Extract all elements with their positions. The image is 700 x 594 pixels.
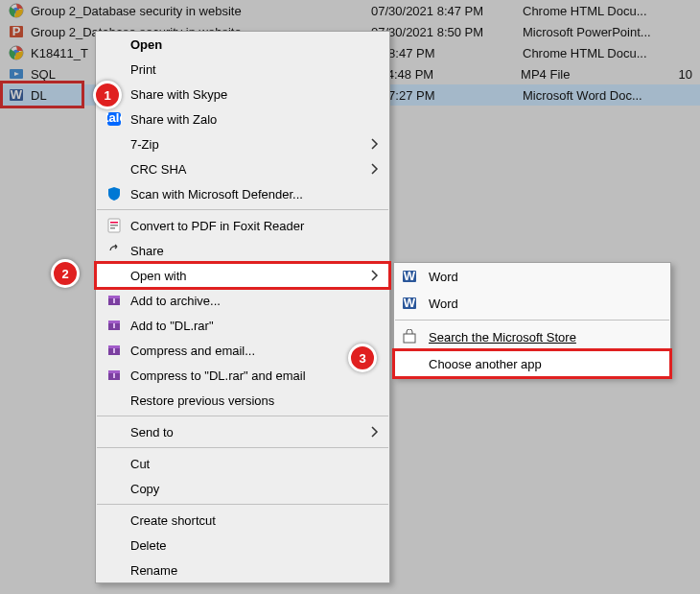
ctx-label: Print: [130, 62, 156, 77]
ctx-label: 7-Zip: [130, 137, 159, 152]
file-date: 21 7:27 PM: [371, 88, 523, 103]
file-name: Group 2_Database security in website: [31, 4, 371, 18]
sub-label: Word: [429, 297, 458, 311]
ctx-label: Open with: [130, 269, 187, 283]
separator: [97, 416, 388, 416]
chevron-right-icon: [370, 425, 380, 439]
file-type: Microsoft Word Doc...: [523, 88, 681, 103]
ctx-print[interactable]: Print: [96, 57, 389, 82]
separator: [97, 447, 388, 448]
sub-choose-another[interactable]: Choose another app: [394, 350, 670, 377]
file-row[interactable]: Group 2_Database security in website 07/…: [0, 0, 700, 21]
word-icon: W: [402, 296, 423, 311]
chrome-icon: [8, 44, 25, 61]
ctx-share[interactable]: Share: [96, 238, 389, 263]
separator: [395, 320, 669, 321]
ctx-label: Send to: [130, 425, 174, 440]
ctx-addarchive[interactable]: Add to archive...: [96, 288, 389, 313]
svg-text:P: P: [12, 24, 21, 38]
chevron-right-icon: [370, 162, 380, 176]
ctx-sendto[interactable]: Send to: [96, 419, 389, 444]
file-type: Microsoft PowerPoint...: [523, 25, 681, 39]
separator: [97, 209, 388, 210]
ctx-label: Compress to "DL.rar" and email: [130, 368, 306, 383]
ctx-7zip[interactable]: 7-Zip: [96, 131, 389, 156]
svg-rect-26: [113, 348, 115, 353]
ctx-compressemail[interactable]: Compress and email...: [96, 338, 389, 363]
ctx-label: Compress and email...: [130, 344, 255, 358]
svg-rect-25: [108, 345, 120, 348]
ctx-label: Cut: [130, 457, 150, 471]
archive-icon: [104, 341, 125, 360]
ctx-compressdlrar[interactable]: Compress to "DL.rar" and email: [96, 363, 389, 388]
sub-word[interactable]: W Word: [394, 263, 670, 290]
ctx-rename[interactable]: Rename: [96, 558, 389, 582]
file-date: 07/30/2021 8:50 PM: [371, 25, 523, 39]
ctx-label: Scan with Microsoft Defender...: [130, 187, 303, 202]
svg-rect-29: [113, 373, 115, 378]
ctx-skype[interactable]: S Share with Skype: [96, 82, 389, 107]
ctx-label: Add to archive...: [130, 294, 221, 308]
sub-label: Choose another app: [429, 357, 542, 371]
svg-rect-20: [113, 298, 115, 303]
file-date: 21 4:48 PM: [370, 67, 521, 82]
file-date: 21 8:47 PM: [371, 46, 523, 60]
svg-rect-16: [110, 225, 118, 226]
ctx-shortcut[interactable]: Create shortcut: [96, 508, 389, 533]
ctx-openwith[interactable]: Open with: [96, 263, 389, 288]
ctx-cut[interactable]: Cut: [96, 451, 389, 476]
word-icon: W: [402, 269, 423, 284]
ctx-label: Add to "DL.rar": [130, 319, 214, 333]
separator: [97, 504, 388, 505]
file-type: Chrome HTML Docu...: [523, 4, 681, 18]
step-badge-1: 1: [93, 81, 122, 109]
ctx-label: CRC SHA: [130, 162, 187, 177]
archive-icon: [104, 316, 125, 335]
svg-rect-34: [404, 334, 415, 343]
sub-label: Search the Microsoft Store: [429, 330, 576, 345]
ctx-label: Create shortcut: [130, 513, 216, 528]
store-icon: [402, 329, 423, 345]
shield-icon: [104, 184, 125, 203]
ctx-delete[interactable]: Delete: [96, 533, 389, 558]
file-type: MP4 File: [521, 67, 678, 82]
ctx-restore[interactable]: Restore previous versions: [96, 388, 389, 413]
ctx-label: Delete: [130, 538, 167, 553]
step-badge-3: 3: [348, 344, 377, 372]
ctx-copy[interactable]: Copy: [96, 476, 389, 501]
step-badge-2: 2: [51, 259, 80, 288]
ctx-label: Convert to PDF in Foxit Reader: [130, 219, 304, 233]
svg-rect-28: [108, 370, 120, 373]
svg-text:Zalo: Zalo: [106, 111, 122, 125]
video-icon: [8, 65, 25, 83]
chevron-right-icon: [370, 137, 380, 151]
ctx-foxit[interactable]: Convert to PDF in Foxit Reader: [96, 213, 389, 238]
ctx-label: Share with Zalo: [130, 112, 217, 127]
svg-text:W: W: [11, 87, 23, 102]
ctx-adddlrar[interactable]: Add to "DL.rar": [96, 313, 389, 338]
ctx-label: Share with Skype: [130, 87, 227, 102]
chevron-right-icon: [370, 269, 380, 282]
ctx-label: Rename: [130, 563, 177, 578]
file-date: 07/30/2021 8:47 PM: [371, 4, 523, 18]
sub-store[interactable]: Search the Microsoft Store: [394, 323, 670, 350]
chrome-icon: [8, 2, 25, 19]
sub-word[interactable]: W Word: [394, 290, 670, 317]
archive-icon: [104, 291, 125, 310]
openwith-submenu: W Word W Word Search the Microsoft Store…: [393, 262, 671, 378]
ctx-label: Restore previous versions: [130, 393, 274, 408]
zalo-icon: Zalo: [104, 109, 125, 129]
file-size: 10: [679, 67, 700, 82]
share-icon: [104, 241, 125, 260]
ctx-crcsha[interactable]: CRC SHA: [96, 156, 389, 181]
sub-label: Word: [429, 270, 458, 284]
ctx-label: Copy: [130, 482, 159, 496]
pdf-icon: [104, 216, 125, 235]
svg-rect-23: [113, 323, 115, 328]
ctx-defender[interactable]: Scan with Microsoft Defender...: [96, 181, 389, 206]
svg-rect-22: [108, 321, 120, 323]
ctx-open[interactable]: Open: [96, 32, 389, 57]
ctx-zalo[interactable]: Zalo Share with Zalo: [96, 107, 389, 131]
ctx-label: Share: [130, 244, 164, 258]
svg-rect-19: [108, 296, 120, 298]
